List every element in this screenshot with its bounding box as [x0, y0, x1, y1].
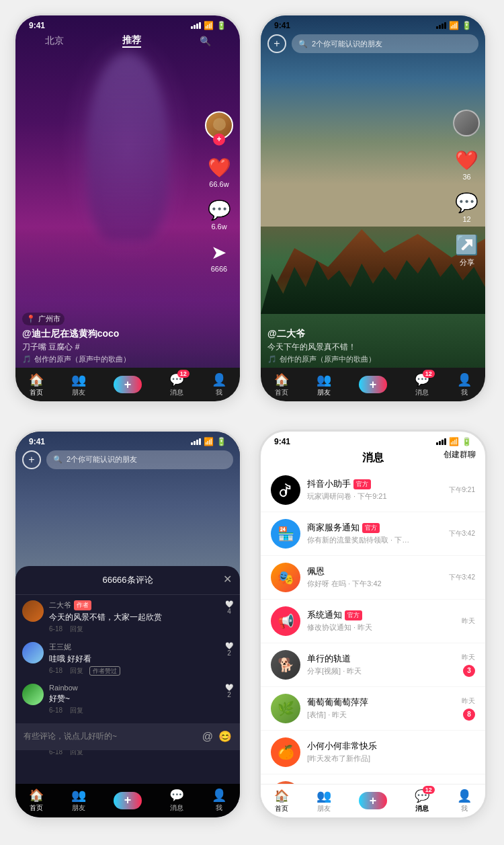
- status-bar-2: 9:41 📶 🔋: [261, 15, 485, 33]
- nav-home-2[interactable]: 🏠 首页: [274, 372, 289, 397]
- emoji-icon[interactable]: 😊: [218, 730, 232, 743]
- at-icon[interactable]: @: [202, 731, 213, 743]
- nav-profile-3[interactable]: 👤 我: [212, 788, 226, 813]
- grape-icon: 🌿: [278, 700, 294, 717]
- search-friends-bar[interactable]: 🔍 2个你可能认识的朋友: [292, 34, 478, 53]
- add-friend-button[interactable]: +: [267, 34, 286, 53]
- nav-profile-2[interactable]: 👤 我: [457, 372, 472, 397]
- comment-button-2[interactable]: 💬 12: [455, 192, 478, 223]
- music-tag[interactable]: 🎵 创作的原声（原声中的歌曲）: [22, 354, 200, 364]
- close-comments-button[interactable]: ✕: [223, 573, 232, 586]
- message-item-6[interactable]: 🌿 葡萄葡葡萄萍萍 [表情] · 昨天 昨天 8: [261, 687, 485, 731]
- heart-icon-2: ❤️: [455, 149, 478, 171]
- create-plus-button-2[interactable]: +: [359, 376, 387, 393]
- right-actions-2: ❤️ 36 💬 12 ↗️ 分享: [455, 149, 478, 268]
- nav-friends-4[interactable]: 👥 朋友: [317, 789, 331, 813]
- msg-preview-6: [表情] · 昨天: [307, 710, 415, 720]
- search-icon-3: 🔍: [53, 455, 62, 464]
- home-label: 首页: [30, 388, 43, 397]
- nav-plus-1[interactable]: +: [114, 376, 142, 393]
- nav-friends-3[interactable]: 👥 朋友: [71, 788, 86, 813]
- create-plus-button-4[interactable]: +: [359, 792, 387, 809]
- comment-text-3: 好赞~: [49, 693, 220, 705]
- share-button-2[interactable]: ↗️ 分享: [455, 234, 478, 268]
- creator-avatar-container[interactable]: +: [205, 111, 233, 139]
- phone-4-messages: 9:41 📶 🔋 消息 创建群聊 抖音小: [259, 430, 487, 819]
- message-item-8[interactable]: 🐾 非常浓 hello 在吗 · 昨天 昨天: [261, 774, 485, 784]
- msg-name-row-2: 商家服务通知 官方: [307, 522, 442, 534]
- friends-label-3: 朋友: [72, 803, 85, 813]
- wifi-icon-4: 📶: [449, 437, 459, 446]
- msg-name-2: 商家服务通知: [307, 522, 360, 534]
- nav-messages-1[interactable]: 💬 消息 12: [169, 372, 184, 397]
- share-count: 6666: [211, 265, 227, 273]
- create-group-button[interactable]: 创建群聊: [444, 449, 476, 460]
- comment-meta-1: 6-18 回复: [49, 625, 220, 634]
- like-button[interactable]: ❤️ 66.6w: [208, 157, 231, 188]
- follow-plus-badge: +: [213, 133, 225, 145]
- nav-messages-4[interactable]: 💬 消息 12: [415, 789, 429, 813]
- time-3: 9:41: [29, 437, 45, 446]
- nav-friends-1[interactable]: 👥 朋友: [71, 372, 86, 397]
- friends-icon-3: 👥: [71, 788, 86, 803]
- message-item-5[interactable]: 🐕 单行的轨道 分享[视频] · 昨天 昨天 3: [261, 643, 485, 687]
- nav-messages-2[interactable]: 💬 消息 12: [415, 372, 429, 397]
- comment-like-2[interactable]: 🤍 2: [225, 642, 233, 657]
- message-item-2[interactable]: 🏪 商家服务通知 官方 你有新的流量奖励待领取 · 下午3:42 下午3:42: [261, 512, 485, 556]
- message-item-7[interactable]: 🍊 小何小何非常快乐 [昨天发布了新作品]: [261, 731, 485, 774]
- creator-username-2[interactable]: @二大爷: [267, 328, 376, 340]
- nav-plus-2[interactable]: +: [359, 376, 387, 393]
- creator-username[interactable]: @迪士尼在逃黄狗coco: [22, 328, 200, 340]
- wifi-icon-2: 📶: [449, 21, 459, 30]
- nav-home-4[interactable]: 🏠 首页: [274, 789, 289, 813]
- comment-like-3[interactable]: 🤍 2: [225, 684, 233, 698]
- create-plus-button-3[interactable]: +: [114, 792, 142, 809]
- reply-btn-1[interactable]: 回复: [70, 625, 83, 633]
- msg-name-4: 系统通知: [307, 609, 342, 621]
- msg-content-5: 单行的轨道 分享[视频] · 昨天: [307, 653, 455, 676]
- message-item-3[interactable]: 🎭 佩恩 你好呀 在吗 · 下午3:42 下午3:42: [261, 556, 485, 600]
- comment-input-field[interactable]: 有些评论，说点儿好听的~: [24, 731, 197, 742]
- message-item-1[interactable]: 抖音小助手 官方 玩家调研问卷 · 下午9:21 下午9:21: [261, 469, 485, 512]
- nav-profile-1[interactable]: 👤 我: [212, 372, 226, 397]
- piaoen-icon: 🎭: [278, 569, 294, 586]
- nav-tab-beijing[interactable]: 北京: [45, 35, 64, 47]
- reply-btn-2[interactable]: 回复: [70, 667, 83, 674]
- nav-messages-3[interactable]: 💬 消息: [169, 788, 184, 813]
- music-note-icon-2: 🎵: [267, 355, 277, 364]
- reply-btn-3[interactable]: 回复: [70, 707, 83, 714]
- friends-label: 朋友: [72, 388, 85, 397]
- profile-icon-2: 👤: [457, 372, 472, 387]
- nav-friends-2[interactable]: 👥 朋友: [317, 372, 331, 397]
- nav-plus-3[interactable]: +: [114, 792, 142, 809]
- comment-button[interactable]: 💬 6.6w: [208, 199, 231, 231]
- battery-icon-2: 🔋: [462, 21, 472, 30]
- home-icon-4: 🏠: [274, 789, 289, 803]
- commenter-avatar-3: [22, 684, 44, 705]
- comment-meta-3: 6-18 回复: [49, 706, 220, 715]
- profile-label-3: 我: [216, 803, 222, 813]
- share-button[interactable]: ➤ 6666: [211, 241, 227, 273]
- comment-like-1[interactable]: 🤍 4: [225, 600, 233, 615]
- music-tag-2[interactable]: 🎵 创作的原声（原声中的歌曲）: [267, 354, 376, 364]
- reviewed-badge: 作者赞过: [89, 666, 120, 676]
- add-btn-3[interactable]: +: [22, 450, 41, 469]
- search-icon-top[interactable]: 🔍: [200, 36, 211, 46]
- message-item-4[interactable]: 📢 系统通知 官方 修改协议通知 · 昨天 昨天: [261, 600, 485, 643]
- create-plus-button[interactable]: +: [114, 376, 142, 393]
- search-bar-3[interactable]: 🔍 2个你可能认识的朋友: [46, 450, 233, 469]
- msg-avatar-grape: 🌿: [271, 694, 300, 723]
- nav-plus-4[interactable]: +: [359, 792, 387, 809]
- official-badge-4: 官方: [345, 610, 362, 620]
- nav-home-3[interactable]: 🏠 首页: [29, 788, 44, 813]
- nav-profile-4[interactable]: 👤 我: [457, 789, 472, 813]
- msg-time-6: 昨天: [462, 696, 475, 706]
- status-bar-4: 9:41 📶 🔋: [261, 432, 485, 449]
- comments-header: 66666条评论 ✕: [15, 566, 240, 595]
- nav-tab-recommend[interactable]: 推荐: [122, 34, 141, 48]
- like-button-2[interactable]: ❤️ 36: [455, 149, 478, 181]
- friends-icon-4: 👥: [317, 789, 331, 803]
- messages-label-2: 消息: [415, 388, 429, 397]
- nav-home-1[interactable]: 🏠 首页: [29, 372, 44, 397]
- search-hint-3: 2个你可能认识的朋友: [67, 454, 137, 465]
